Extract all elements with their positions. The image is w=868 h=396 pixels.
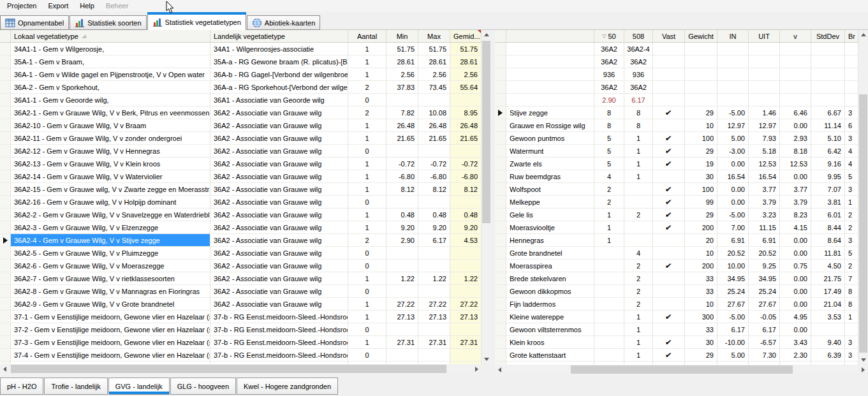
table-row[interactable]: 36A-2 - Gem v Sporkehout,36A-a - RG Spor… bbox=[0, 81, 482, 94]
row-indicator-cell[interactable] bbox=[495, 55, 506, 68]
cell-c508[interactable]: 1 bbox=[624, 132, 653, 145]
cell-landelijk[interactable]: 36A-a - RG Sporkehout-[Verbond der wilge… bbox=[210, 81, 348, 94]
cell-min[interactable]: -0.72 bbox=[386, 158, 418, 170]
cell-br[interactable]: 8 bbox=[845, 285, 858, 298]
cell-v[interactable]: 0.00 bbox=[780, 285, 811, 298]
cell-v[interactable]: 4.95 bbox=[780, 311, 811, 323]
right-vertical-scrollbar[interactable] bbox=[858, 30, 868, 365]
cell-min[interactable] bbox=[386, 323, 418, 336]
cell-lokaal[interactable]: 36A2-3 - Gem v Grauwe Wilg, V v Elzenzeg… bbox=[11, 221, 210, 234]
cell-landelijk[interactable]: 36A2 - Associatie van Grauwe wilg bbox=[210, 145, 348, 158]
cell-aantal[interactable]: 1 bbox=[348, 170, 386, 183]
cell-max[interactable]: 9.20 bbox=[418, 221, 450, 234]
tab-abiotiek-kaarten[interactable]: Abiotiek-kaarten bbox=[247, 15, 321, 30]
cell-c50[interactable]: 1 bbox=[594, 221, 624, 234]
cell-in[interactable]: -3.00 bbox=[717, 145, 749, 158]
cell-c508[interactable] bbox=[624, 234, 653, 247]
cell-vast[interactable]: ✔ bbox=[653, 336, 685, 349]
cell-name[interactable]: Gele lis bbox=[506, 209, 594, 221]
cell-landelijk[interactable]: 36A2 - Associatie van Grauwe wilg bbox=[210, 119, 348, 132]
cell-in[interactable]: -5.00 bbox=[717, 106, 749, 119]
table-row[interactable]: 36A2-14 - Gem v Grauwe Wilg, V v Watervi… bbox=[0, 170, 482, 183]
cell-lokaal[interactable]: 36A2-1 - Gem v Grauwe Wilg, V v Berk, Pi… bbox=[11, 106, 210, 119]
cell-gewicht[interactable] bbox=[685, 55, 717, 68]
cell-br[interactable]: 6 bbox=[845, 119, 858, 132]
scrollbar-thumb[interactable] bbox=[859, 94, 867, 353]
table-row[interactable]: Fijn laddermos21027.6727.670.0021.048 bbox=[495, 298, 858, 311]
row-indicator-cell[interactable] bbox=[0, 298, 11, 311]
row-indicator-cell[interactable] bbox=[0, 247, 11, 260]
table-row[interactable]: 36A2-1 - Gem v Grauwe Wilg, V v Berk, Pi… bbox=[0, 106, 482, 119]
tab-trofie-landelijk[interactable]: Trofie - landelijk bbox=[44, 378, 107, 395]
cell-in[interactable]: 0.00 bbox=[717, 158, 749, 170]
cell-c50[interactable] bbox=[594, 336, 624, 349]
row-indicator-cell[interactable] bbox=[495, 349, 506, 362]
table-row[interactable]: 34A1-1 - Gem v Wilgeroosje,34A1 - Wilgen… bbox=[0, 43, 482, 55]
cell-stddev[interactable]: 6.67 bbox=[811, 106, 845, 119]
cell-gemid[interactable] bbox=[450, 323, 482, 336]
cell-stddev[interactable]: 9.40 bbox=[811, 336, 845, 349]
cell-aantal[interactable]: 1 bbox=[348, 132, 386, 145]
cell-uit[interactable]: 27.67 bbox=[749, 298, 780, 311]
cell-aantal[interactable]: 1 bbox=[348, 119, 386, 132]
cell-stddev[interactable]: 11.14 bbox=[811, 119, 845, 132]
cell-in[interactable]: 27.67 bbox=[717, 298, 749, 311]
cell-max[interactable]: 26.48 bbox=[418, 119, 450, 132]
row-indicator-cell[interactable] bbox=[495, 119, 506, 132]
cell-c50[interactable] bbox=[594, 298, 624, 311]
table-row[interactable]: 36A-1 - Gem v Wilde gagel en Pijpenstroo… bbox=[0, 68, 482, 81]
cell-aantal[interactable]: 1 bbox=[348, 183, 386, 196]
cell-name[interactable]: Brede stekelvaren bbox=[506, 272, 594, 285]
cell-gewicht[interactable]: 30 bbox=[685, 170, 717, 183]
cell-max[interactable] bbox=[418, 247, 450, 260]
cell-landelijk[interactable]: 36A2 - Associatie van Grauwe wilg bbox=[210, 247, 348, 260]
cell-vast[interactable] bbox=[653, 247, 685, 260]
cell-gemid[interactable]: 51.75 bbox=[450, 43, 482, 55]
cell-v[interactable]: 12.53 bbox=[780, 158, 811, 170]
cell-max[interactable] bbox=[418, 94, 450, 106]
cell-gewicht[interactable]: 100 bbox=[685, 132, 717, 145]
table-row[interactable]: Klein kroos1✔30-10.00-6.573.439.403 bbox=[495, 336, 858, 349]
row-indicator-cell[interactable] bbox=[495, 209, 506, 221]
cell-in[interactable]: 16.54 bbox=[717, 170, 749, 183]
cell-vast[interactable] bbox=[653, 43, 685, 55]
table-row[interactable]: Zwarte els51✔190.0012.5312.539.164 bbox=[495, 158, 858, 170]
column-header-uit[interactable]: UIT bbox=[749, 30, 780, 43]
cell-landelijk[interactable]: 37-b - RG Eenst.meidoorn-Sleed.-Hondsroo… bbox=[210, 349, 348, 362]
cell-stddev[interactable]: 8.44 bbox=[811, 221, 845, 234]
cell-max[interactable]: 0.48 bbox=[418, 209, 450, 221]
table-row[interactable]: 36A2-15 - Gem v Grauwe wilg, V v Zwarte … bbox=[0, 183, 482, 196]
cell-vast[interactable] bbox=[653, 285, 685, 298]
cell-br[interactable]: 3 bbox=[845, 132, 858, 145]
cell-br[interactable]: 1 bbox=[845, 311, 858, 323]
column-header-max[interactable]: Max bbox=[418, 30, 450, 43]
table-row[interactable]: 36A2-11 - Gem v Grauwe Wilg, V v zonder … bbox=[0, 132, 482, 145]
cell-min[interactable]: 28.61 bbox=[386, 55, 418, 68]
cell-vast[interactable] bbox=[653, 55, 685, 68]
cell-v[interactable]: 0.00 bbox=[780, 272, 811, 285]
cell-uit[interactable]: 5.18 bbox=[749, 145, 780, 158]
cell-c508[interactable]: 36A2-4 bbox=[624, 43, 653, 55]
cell-gewicht[interactable]: 30 bbox=[685, 336, 717, 349]
cell-name[interactable]: Moerasspirea bbox=[506, 260, 594, 272]
cell-gemid[interactable]: 8.12 bbox=[450, 183, 482, 196]
cell-uit[interactable]: 12.53 bbox=[749, 158, 780, 170]
cell-min[interactable]: 37.83 bbox=[386, 81, 418, 94]
cell-max[interactable]: 8.12 bbox=[418, 183, 450, 196]
cell-max[interactable]: 28.61 bbox=[418, 55, 450, 68]
cell-gemid[interactable] bbox=[450, 247, 482, 260]
cell-br[interactable]: 5 bbox=[845, 247, 858, 260]
cell-stddev[interactable]: 3.53 bbox=[811, 311, 845, 323]
cell-min[interactable]: 1.22 bbox=[386, 272, 418, 285]
cell-min[interactable]: 8.12 bbox=[386, 183, 418, 196]
cell-in[interactable]: 34.95 bbox=[717, 272, 749, 285]
table-row[interactable]: Grote kattenstaart1✔295.007.302.306.393 bbox=[495, 349, 858, 362]
cell-uit[interactable]: 3.77 bbox=[749, 183, 780, 196]
row-indicator-cell[interactable] bbox=[0, 272, 11, 285]
cell-lokaal[interactable]: 36A2-4 - Gem v Grauwe Wilg, V v Stijve z… bbox=[11, 234, 210, 247]
cell-c50[interactable]: 8 bbox=[594, 119, 624, 132]
cell-vast[interactable]: ✔ bbox=[653, 183, 685, 196]
cell-c508[interactable]: 6.17 bbox=[624, 94, 653, 106]
scroll-right-arrow[interactable] bbox=[858, 365, 868, 374]
cell-max[interactable] bbox=[418, 196, 450, 209]
